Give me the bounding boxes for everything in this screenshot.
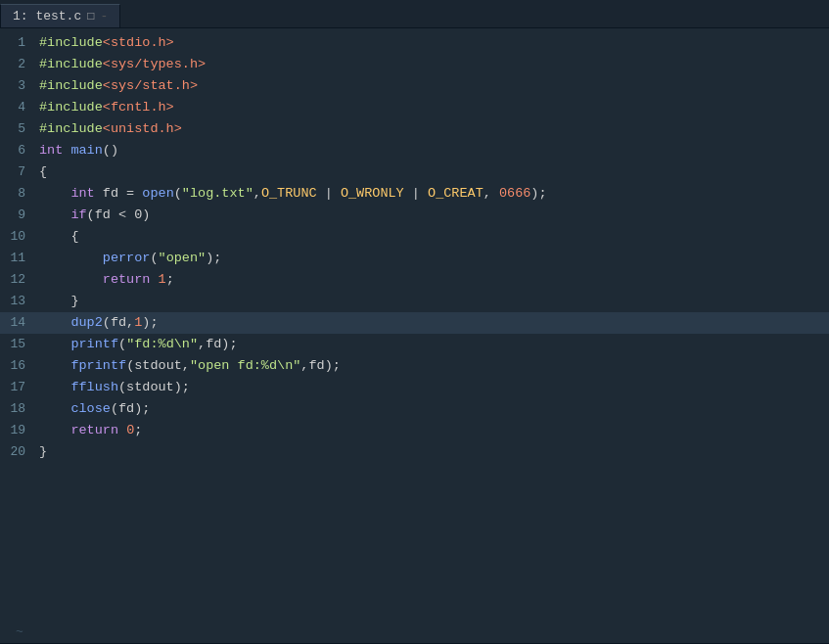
token-fn: fflush xyxy=(70,380,118,394)
token-plain: ( xyxy=(174,186,182,201)
code-content: int fd = open("log.txt",O_TRUNC | O_WRON… xyxy=(35,183,547,205)
token-header: <sys/stat.h> xyxy=(103,78,198,93)
line-number: 19 xyxy=(0,420,35,441)
token-fn: main xyxy=(70,143,102,158)
token-plain xyxy=(39,380,70,394)
token-plain: ,fd); xyxy=(300,358,341,373)
token-plain xyxy=(39,272,103,287)
token-plain: } xyxy=(39,444,47,459)
line-number: 13 xyxy=(0,291,35,312)
line-number: 15 xyxy=(0,334,35,355)
token-fn: close xyxy=(70,401,111,416)
token-plain xyxy=(39,358,70,373)
code-line: 18 close(fd); xyxy=(0,398,829,420)
token-include: #include xyxy=(39,78,103,93)
token-macro: O_CREAT xyxy=(428,186,484,201)
code-line: 16 fprintf(stdout,"open fd:%d\n",fd); xyxy=(0,355,829,377)
token-plain: ); xyxy=(142,315,158,330)
tab-modified-icon: □ xyxy=(87,10,94,23)
code-line: 17 fflush(stdout); xyxy=(0,377,829,398)
token-plain xyxy=(39,337,70,351)
code-line: 1#include<stdio.h> xyxy=(0,32,829,54)
token-str: "log.txt" xyxy=(182,186,253,201)
token-plain: | xyxy=(404,186,428,201)
line-number: 17 xyxy=(0,377,35,398)
token-include: #include xyxy=(39,35,103,50)
code-content: fprintf(stdout,"open fd:%d\n",fd); xyxy=(35,355,341,377)
token-plain: ( xyxy=(118,337,126,351)
token-plain xyxy=(39,423,70,437)
tab-test-c[interactable]: 1: test.c □ - xyxy=(0,4,120,27)
line-number: 16 xyxy=(0,355,35,377)
token-plain: { xyxy=(39,229,79,244)
token-plain xyxy=(150,272,158,287)
token-plain: (fd < 0) xyxy=(87,207,151,222)
line-number: 6 xyxy=(0,140,35,161)
line-number: 8 xyxy=(0,183,35,205)
line-number: 4 xyxy=(0,97,35,118)
token-num: 0666 xyxy=(499,186,530,201)
token-header: <stdio.h> xyxy=(103,35,174,50)
code-content: return 0; xyxy=(35,420,142,441)
code-line: 7{ xyxy=(0,161,829,183)
token-plain: { xyxy=(39,164,47,179)
token-plain xyxy=(118,423,126,437)
line-number: 3 xyxy=(0,75,35,97)
code-content: #include<fcntl.h> xyxy=(35,97,174,118)
token-fn: perror xyxy=(103,251,151,265)
code-content: return 1; xyxy=(35,269,174,291)
token-plain: ; xyxy=(134,423,142,437)
token-fn: open xyxy=(142,186,173,201)
token-kw: return xyxy=(103,272,151,287)
code-line: 11 perror("open"); xyxy=(0,248,829,269)
line-number: 14 xyxy=(0,312,35,334)
code-line: 2#include<sys/types.h> xyxy=(0,54,829,75)
code-line: 15 printf("fd:%d\n",fd); xyxy=(0,334,829,355)
code-content: #include<sys/stat.h> xyxy=(35,75,198,97)
token-num: 1 xyxy=(159,272,166,287)
token-plain: (stdout, xyxy=(126,358,190,373)
code-content: #include<stdio.h> xyxy=(35,32,174,54)
line-number: 10 xyxy=(0,226,35,248)
code-content: { xyxy=(35,226,79,248)
token-str: "open fd:%d\n" xyxy=(190,358,300,373)
code-content: } xyxy=(35,441,47,463)
code-content: fflush(stdout); xyxy=(35,377,190,398)
tab-label: 1: test.c xyxy=(13,9,81,23)
token-plain: ( xyxy=(150,251,158,265)
token-kw: int xyxy=(70,186,94,201)
token-header: <unistd.h> xyxy=(103,121,182,136)
code-line: 6int main() xyxy=(0,140,829,161)
code-container: 1#include<stdio.h>2#include<sys/types.h>… xyxy=(0,28,829,621)
token-macro: O_TRUNC xyxy=(261,186,317,201)
token-plain: , xyxy=(253,186,261,201)
token-include: #include xyxy=(39,100,103,115)
token-plain: (stdout); xyxy=(118,380,190,394)
code-line: 20} xyxy=(0,441,829,463)
token-plain: } xyxy=(39,294,79,308)
code-line: 9 if(fd < 0) xyxy=(0,205,829,226)
code-line: 10 { xyxy=(0,226,829,248)
line-number: 9 xyxy=(0,205,35,226)
token-plain: ); xyxy=(530,186,546,201)
token-plain: ,fd); xyxy=(198,337,238,351)
code-line: 5#include<unistd.h> xyxy=(0,118,829,140)
tab-separator: - xyxy=(100,9,108,23)
code-content: { xyxy=(35,161,47,183)
token-plain: fd = xyxy=(95,186,143,201)
code-line: 4#include<fcntl.h> xyxy=(0,97,829,118)
token-plain xyxy=(39,207,70,222)
token-plain: ); xyxy=(206,251,221,265)
line-number: 2 xyxy=(0,54,35,75)
code-line: 13 } xyxy=(0,291,829,312)
token-str: "fd:%d\n" xyxy=(126,337,198,351)
code-content: if(fd < 0) xyxy=(35,205,150,226)
code-content: #include<unistd.h> xyxy=(35,118,182,140)
token-header: <fcntl.h> xyxy=(103,100,174,115)
token-plain xyxy=(39,186,70,201)
token-plain: () xyxy=(103,143,118,158)
token-include: #include xyxy=(39,121,103,136)
line-number: 5 xyxy=(0,118,35,140)
code-content: perror("open"); xyxy=(35,248,221,269)
token-plain: (fd); xyxy=(111,401,151,416)
